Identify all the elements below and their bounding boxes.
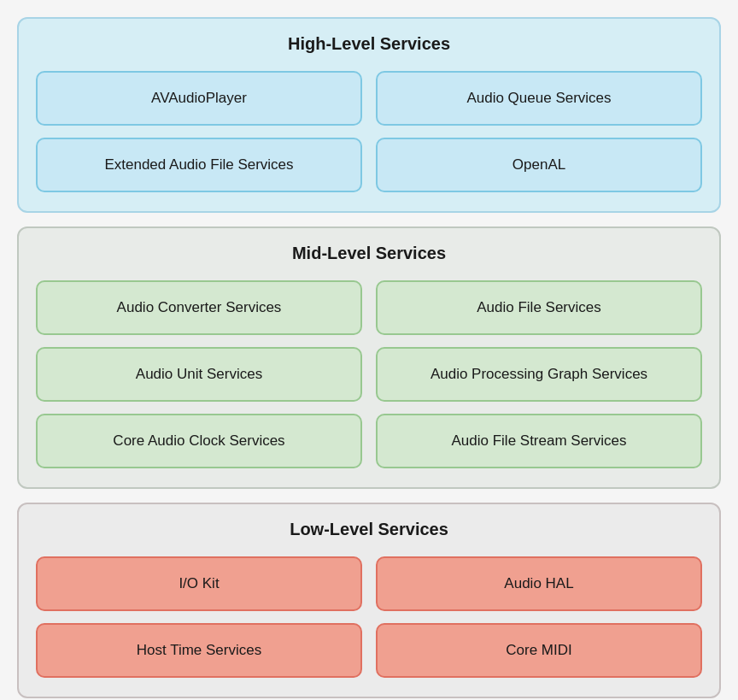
high-level-row-1: AVAudioPlayer Audio Queue Services <box>36 71 702 126</box>
audio-converter-services-box: Audio Converter Services <box>36 280 362 335</box>
audio-processing-graph-services-box: Audio Processing Graph Services <box>376 347 702 402</box>
audio-file-services-box: Audio File Services <box>376 280 702 335</box>
mid-level-row-1: Audio Converter Services Audio File Serv… <box>36 280 702 335</box>
openal-box: OpenAL <box>376 138 702 192</box>
extended-audio-file-services-box: Extended Audio File Services <box>36 138 362 192</box>
low-level-row-2: Host Time Services Core MIDI <box>36 623 702 678</box>
diagram-container: High-Level Services AVAudioPlayer Audio … <box>0 0 738 700</box>
low-level-section: Low-Level Services I/O Kit Audio HAL Hos… <box>17 503 721 698</box>
mid-level-title: Mid-Level Services <box>36 244 702 263</box>
avaudioplayer-box: AVAudioPlayer <box>36 71 362 126</box>
high-level-title: High-Level Services <box>36 34 702 54</box>
mid-level-section: Mid-Level Services Audio Converter Servi… <box>17 226 721 489</box>
core-midi-box: Core MIDI <box>376 623 702 678</box>
high-level-row-2: Extended Audio File Services OpenAL <box>36 138 702 192</box>
low-level-title: Low-Level Services <box>36 520 702 539</box>
audio-queue-services-box: Audio Queue Services <box>376 71 702 126</box>
audio-file-stream-services-box: Audio File Stream Services <box>376 414 702 468</box>
io-kit-box: I/O Kit <box>36 556 362 611</box>
high-level-section: High-Level Services AVAudioPlayer Audio … <box>17 17 721 213</box>
mid-level-row-2: Audio Unit Services Audio Processing Gra… <box>36 347 702 402</box>
core-audio-clock-services-box: Core Audio Clock Services <box>36 414 362 468</box>
low-level-row-1: I/O Kit Audio HAL <box>36 556 702 611</box>
audio-hal-box: Audio HAL <box>376 556 702 611</box>
mid-level-row-3: Core Audio Clock Services Audio File Str… <box>36 414 702 468</box>
audio-unit-services-box: Audio Unit Services <box>36 347 362 402</box>
host-time-services-box: Host Time Services <box>36 623 362 678</box>
